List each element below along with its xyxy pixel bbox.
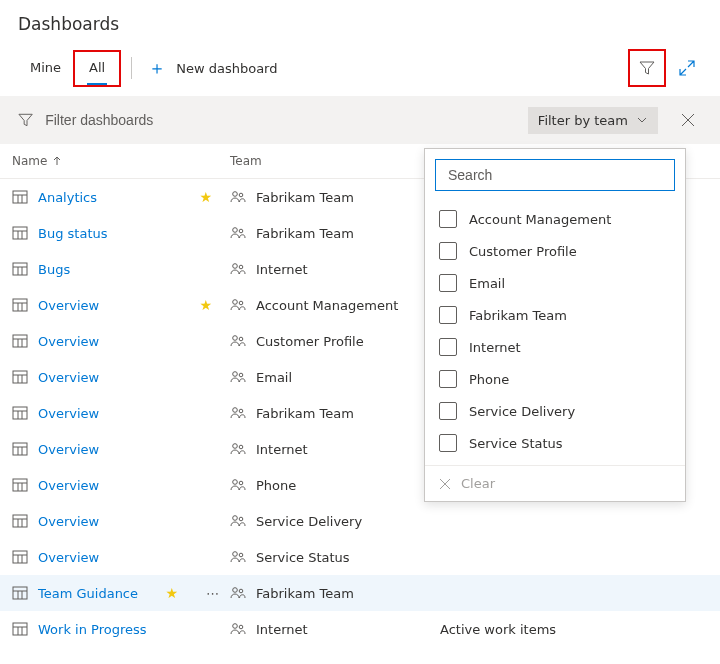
dashboard-icon bbox=[12, 189, 28, 205]
team-name: Service Delivery bbox=[256, 514, 362, 529]
svg-point-37 bbox=[233, 624, 238, 629]
svg-point-28 bbox=[233, 516, 238, 521]
svg-rect-12 bbox=[13, 335, 27, 347]
dashboard-link[interactable]: Overview bbox=[38, 550, 99, 565]
svg-rect-6 bbox=[13, 263, 27, 275]
dropdown-option-label: Service Status bbox=[469, 436, 563, 451]
checkbox[interactable] bbox=[439, 274, 457, 292]
svg-point-35 bbox=[239, 589, 243, 593]
funnel-icon bbox=[18, 112, 33, 128]
checkbox[interactable] bbox=[439, 370, 457, 388]
cell-team: Internet bbox=[230, 261, 440, 277]
dropdown-option[interactable]: Phone bbox=[425, 363, 685, 395]
dashboard-link[interactable]: Bug status bbox=[38, 226, 108, 241]
dashboard-link[interactable]: Overview bbox=[38, 370, 99, 385]
close-filter-button[interactable] bbox=[668, 100, 708, 140]
svg-point-38 bbox=[239, 625, 243, 629]
dropdown-option[interactable]: Service Status bbox=[425, 427, 685, 459]
checkbox[interactable] bbox=[439, 402, 457, 420]
people-icon bbox=[230, 405, 246, 421]
fullscreen-button[interactable] bbox=[672, 53, 702, 83]
svg-rect-27 bbox=[13, 515, 27, 527]
tab-all[interactable]: All bbox=[77, 54, 117, 83]
dashboard-icon bbox=[12, 621, 28, 637]
close-icon bbox=[439, 478, 451, 490]
svg-point-29 bbox=[239, 517, 243, 521]
dashboard-link[interactable]: Analytics bbox=[38, 190, 97, 205]
sort-asc-icon bbox=[53, 156, 61, 166]
dropdown-option[interactable]: Account Management bbox=[425, 203, 685, 235]
dashboard-link[interactable]: Team Guidance bbox=[38, 586, 138, 601]
table-row[interactable]: Team Guidance★⋯Fabrikam Team bbox=[0, 575, 720, 611]
team-name: Email bbox=[256, 370, 292, 385]
table-row[interactable]: OverviewService Delivery bbox=[0, 503, 720, 539]
svg-point-4 bbox=[233, 228, 238, 233]
svg-point-5 bbox=[239, 229, 243, 233]
svg-rect-0 bbox=[13, 191, 27, 203]
svg-point-8 bbox=[239, 265, 243, 269]
dashboard-link[interactable]: Bugs bbox=[38, 262, 70, 277]
checkbox[interactable] bbox=[439, 210, 457, 228]
people-icon bbox=[230, 621, 246, 637]
cell-name: Overview bbox=[12, 477, 230, 493]
dashboard-link[interactable]: Overview bbox=[38, 406, 99, 421]
cell-name: Overview bbox=[12, 513, 230, 529]
dropdown-option[interactable]: Fabrikam Team bbox=[425, 299, 685, 331]
column-header-name[interactable]: Name bbox=[12, 154, 230, 168]
team-name: Phone bbox=[256, 478, 296, 493]
filter-by-team-button[interactable]: Filter by team bbox=[528, 107, 658, 134]
cell-name: Overview bbox=[12, 441, 230, 457]
dropdown-option-label: Service Delivery bbox=[469, 404, 575, 419]
dashboard-link[interactable]: Overview bbox=[38, 298, 99, 313]
svg-point-19 bbox=[233, 408, 238, 413]
dashboard-link[interactable]: Overview bbox=[38, 334, 99, 349]
people-icon bbox=[230, 297, 246, 313]
dashboard-link[interactable]: Overview bbox=[38, 442, 99, 457]
svg-point-32 bbox=[239, 553, 243, 557]
checkbox[interactable] bbox=[439, 434, 457, 452]
row-more-button[interactable]: ⋯ bbox=[206, 586, 220, 601]
filter-team-label: Filter by team bbox=[538, 113, 628, 128]
dashboard-icon bbox=[12, 333, 28, 349]
team-filter-dropdown: Account ManagementCustomer ProfileEmailF… bbox=[424, 148, 686, 502]
dashboard-icon bbox=[12, 369, 28, 385]
svg-point-34 bbox=[233, 588, 238, 593]
svg-point-14 bbox=[239, 337, 243, 341]
dropdown-option-label: Phone bbox=[469, 372, 509, 387]
dashboard-link[interactable]: Overview bbox=[38, 514, 99, 529]
filter-dashboards-input[interactable] bbox=[43, 111, 518, 129]
dashboard-icon bbox=[12, 441, 28, 457]
dropdown-option[interactable]: Email bbox=[425, 267, 685, 299]
svg-rect-21 bbox=[13, 443, 27, 455]
favorite-star-icon[interactable]: ★ bbox=[165, 585, 178, 601]
dashboard-icon bbox=[12, 513, 28, 529]
dashboard-link[interactable]: Work in Progress bbox=[38, 622, 147, 637]
table-row[interactable]: OverviewService Status bbox=[0, 539, 720, 575]
dropdown-search-input[interactable] bbox=[446, 166, 664, 184]
filter-input-wrap bbox=[18, 111, 518, 129]
tab-bar: Mine All ＋ New dashboard bbox=[18, 50, 702, 86]
team-name: Customer Profile bbox=[256, 334, 364, 349]
people-icon bbox=[230, 333, 246, 349]
table-row[interactable]: Work in ProgressInternetActive work item… bbox=[0, 611, 720, 647]
svg-point-2 bbox=[239, 193, 243, 197]
dropdown-option[interactable]: Service Delivery bbox=[425, 395, 685, 427]
dropdown-clear-button[interactable]: Clear bbox=[425, 465, 685, 501]
checkbox[interactable] bbox=[439, 306, 457, 324]
column-header-team[interactable]: Team bbox=[230, 154, 440, 168]
dashboard-link[interactable]: Overview bbox=[38, 478, 99, 493]
checkbox[interactable] bbox=[439, 338, 457, 356]
favorite-star-icon[interactable]: ★ bbox=[199, 189, 212, 205]
tab-mine[interactable]: Mine bbox=[18, 54, 73, 83]
dropdown-option-label: Account Management bbox=[469, 212, 611, 227]
checkbox[interactable] bbox=[439, 242, 457, 260]
dropdown-option[interactable]: Internet bbox=[425, 331, 685, 363]
new-dashboard-button[interactable]: ＋ New dashboard bbox=[142, 55, 283, 81]
cell-team: Internet bbox=[230, 441, 440, 457]
cell-name: Overview★ bbox=[12, 297, 230, 313]
dropdown-option[interactable]: Customer Profile bbox=[425, 235, 685, 267]
filter-toggle-button[interactable] bbox=[632, 53, 662, 83]
svg-rect-15 bbox=[13, 371, 27, 383]
dropdown-option-list: Account ManagementCustomer ProfileEmailF… bbox=[425, 201, 685, 465]
favorite-star-icon[interactable]: ★ bbox=[199, 297, 212, 313]
